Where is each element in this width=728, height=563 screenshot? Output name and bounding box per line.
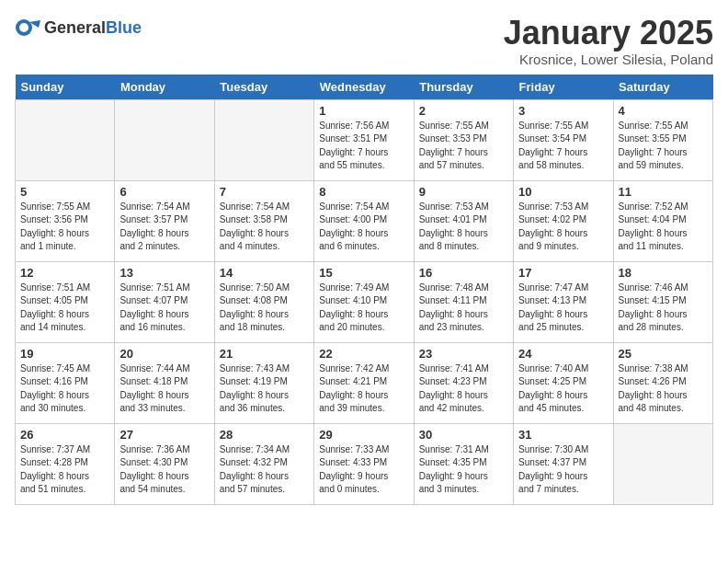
- calendar-day-cell: 22Sunrise: 7:42 AM Sunset: 4:21 PM Dayli…: [314, 342, 414, 423]
- calendar-day-cell: 18Sunrise: 7:46 AM Sunset: 4:15 PM Dayli…: [613, 261, 712, 342]
- logo-blue-text: Blue: [106, 18, 142, 38]
- day-number: 14: [220, 266, 309, 280]
- calendar-day-cell: 14Sunrise: 7:50 AM Sunset: 4:08 PM Dayli…: [214, 261, 313, 342]
- day-info: Sunrise: 7:42 AM Sunset: 4:21 PM Dayligh…: [319, 362, 408, 416]
- calendar-day-cell: 16Sunrise: 7:48 AM Sunset: 4:11 PM Dayli…: [414, 261, 513, 342]
- day-number: 31: [518, 428, 608, 442]
- calendar-week-row: 12Sunrise: 7:51 AM Sunset: 4:05 PM Dayli…: [16, 261, 713, 342]
- calendar-day-cell: 15Sunrise: 7:49 AM Sunset: 4:10 PM Dayli…: [314, 261, 414, 342]
- day-info: Sunrise: 7:55 AM Sunset: 3:56 PM Dayligh…: [20, 201, 109, 254]
- calendar-day-cell: 5Sunrise: 7:55 AM Sunset: 3:56 PM Daylig…: [16, 180, 115, 261]
- day-info: Sunrise: 7:50 AM Sunset: 4:08 PM Dayligh…: [220, 282, 309, 335]
- day-of-week-header: Monday: [115, 75, 214, 100]
- day-info: Sunrise: 7:43 AM Sunset: 4:19 PM Dayligh…: [220, 362, 309, 416]
- day-info: Sunrise: 7:36 AM Sunset: 4:30 PM Dayligh…: [119, 443, 209, 497]
- day-info: Sunrise: 7:33 AM Sunset: 4:33 PM Dayligh…: [319, 443, 408, 497]
- day-info: Sunrise: 7:55 AM Sunset: 3:54 PM Dayligh…: [518, 120, 608, 173]
- day-info: Sunrise: 7:41 AM Sunset: 4:23 PM Dayligh…: [419, 362, 508, 416]
- day-info: Sunrise: 7:54 AM Sunset: 4:00 PM Dayligh…: [319, 201, 408, 254]
- calendar-day-cell: [613, 423, 712, 504]
- day-number: 28: [220, 428, 309, 442]
- day-info: Sunrise: 7:48 AM Sunset: 4:11 PM Dayligh…: [419, 282, 508, 335]
- day-number: 5: [20, 185, 109, 199]
- day-number: 27: [119, 428, 209, 442]
- day-number: 11: [619, 185, 708, 199]
- day-number: 17: [518, 266, 608, 280]
- calendar-day-cell: 3Sunrise: 7:55 AM Sunset: 3:54 PM Daylig…: [514, 99, 613, 180]
- day-info: Sunrise: 7:55 AM Sunset: 3:53 PM Dayligh…: [419, 120, 508, 173]
- logo: General Blue: [15, 15, 142, 40]
- day-number: 3: [518, 104, 608, 118]
- calendar-day-cell: 7Sunrise: 7:54 AM Sunset: 3:58 PM Daylig…: [214, 180, 313, 261]
- day-info: Sunrise: 7:30 AM Sunset: 4:37 PM Dayligh…: [518, 443, 608, 497]
- day-info: Sunrise: 7:34 AM Sunset: 4:32 PM Dayligh…: [220, 443, 309, 497]
- calendar-day-cell: 25Sunrise: 7:38 AM Sunset: 4:26 PM Dayli…: [613, 342, 712, 423]
- day-of-week-header: Friday: [514, 75, 613, 100]
- calendar-day-cell: 12Sunrise: 7:51 AM Sunset: 4:05 PM Dayli…: [16, 261, 115, 342]
- calendar-day-cell: 29Sunrise: 7:33 AM Sunset: 4:33 PM Dayli…: [314, 423, 414, 504]
- calendar-day-cell: 11Sunrise: 7:52 AM Sunset: 4:04 PM Dayli…: [613, 180, 712, 261]
- day-number: 1: [319, 104, 408, 118]
- day-number: 19: [20, 347, 109, 361]
- calendar-day-cell: 31Sunrise: 7:30 AM Sunset: 4:37 PM Dayli…: [514, 423, 613, 504]
- day-number: 4: [619, 104, 708, 118]
- day-info: Sunrise: 7:45 AM Sunset: 4:16 PM Dayligh…: [20, 362, 109, 416]
- day-number: 6: [119, 185, 209, 199]
- calendar-day-cell: 1Sunrise: 7:56 AM Sunset: 3:51 PM Daylig…: [314, 99, 414, 180]
- title-block: January 2025 Krosnice, Lower Silesia, Po…: [504, 15, 713, 67]
- day-number: 25: [619, 347, 708, 361]
- day-info: Sunrise: 7:31 AM Sunset: 4:35 PM Dayligh…: [419, 443, 508, 497]
- day-number: 29: [319, 428, 408, 442]
- calendar-day-cell: 17Sunrise: 7:47 AM Sunset: 4:13 PM Dayli…: [514, 261, 613, 342]
- calendar-day-cell: 4Sunrise: 7:55 AM Sunset: 3:55 PM Daylig…: [613, 99, 712, 180]
- page-header: General Blue January 2025 Krosnice, Lowe…: [15, 15, 713, 67]
- calendar-subtitle: Krosnice, Lower Silesia, Poland: [504, 52, 713, 67]
- day-info: Sunrise: 7:37 AM Sunset: 4:28 PM Dayligh…: [20, 443, 109, 497]
- day-of-week-header: Wednesday: [314, 75, 414, 100]
- calendar-title: January 2025: [504, 15, 713, 52]
- day-info: Sunrise: 7:38 AM Sunset: 4:26 PM Dayligh…: [619, 362, 708, 416]
- calendar-week-row: 26Sunrise: 7:37 AM Sunset: 4:28 PM Dayli…: [16, 423, 713, 504]
- day-info: Sunrise: 7:49 AM Sunset: 4:10 PM Dayligh…: [319, 282, 408, 335]
- day-of-week-header: Saturday: [613, 75, 712, 100]
- day-of-week-header: Tuesday: [214, 75, 313, 100]
- day-number: 12: [20, 266, 109, 280]
- day-number: 15: [319, 266, 408, 280]
- day-number: 9: [419, 185, 508, 199]
- calendar-day-cell: 30Sunrise: 7:31 AM Sunset: 4:35 PM Dayli…: [414, 423, 513, 504]
- day-number: 30: [419, 428, 508, 442]
- calendar-day-cell: 2Sunrise: 7:55 AM Sunset: 3:53 PM Daylig…: [414, 99, 513, 180]
- day-number: 8: [319, 185, 408, 199]
- logo-icon: [15, 15, 40, 40]
- calendar-day-cell: [214, 99, 313, 180]
- calendar-week-row: 1Sunrise: 7:56 AM Sunset: 3:51 PM Daylig…: [16, 99, 713, 180]
- calendar-day-cell: 28Sunrise: 7:34 AM Sunset: 4:32 PM Dayli…: [214, 423, 313, 504]
- day-number: 22: [319, 347, 408, 361]
- day-number: 2: [419, 104, 508, 118]
- day-info: Sunrise: 7:47 AM Sunset: 4:13 PM Dayligh…: [518, 282, 608, 335]
- day-info: Sunrise: 7:51 AM Sunset: 4:07 PM Dayligh…: [119, 282, 209, 335]
- calendar-day-cell: 27Sunrise: 7:36 AM Sunset: 4:30 PM Dayli…: [115, 423, 214, 504]
- day-number: 16: [419, 266, 508, 280]
- day-number: 21: [220, 347, 309, 361]
- calendar-day-cell: 21Sunrise: 7:43 AM Sunset: 4:19 PM Dayli…: [214, 342, 313, 423]
- day-info: Sunrise: 7:56 AM Sunset: 3:51 PM Dayligh…: [319, 120, 408, 173]
- day-number: 18: [619, 266, 708, 280]
- day-of-week-header: Thursday: [414, 75, 513, 100]
- calendar-day-cell: 26Sunrise: 7:37 AM Sunset: 4:28 PM Dayli…: [16, 423, 115, 504]
- day-info: Sunrise: 7:54 AM Sunset: 3:58 PM Dayligh…: [220, 201, 309, 254]
- calendar-day-cell: 9Sunrise: 7:53 AM Sunset: 4:01 PM Daylig…: [414, 180, 513, 261]
- calendar-day-cell: 23Sunrise: 7:41 AM Sunset: 4:23 PM Dayli…: [414, 342, 513, 423]
- svg-point-1: [19, 23, 28, 32]
- day-number: 26: [20, 428, 109, 442]
- calendar-day-cell: [16, 99, 115, 180]
- day-info: Sunrise: 7:54 AM Sunset: 3:57 PM Dayligh…: [119, 201, 209, 254]
- day-number: 10: [518, 185, 608, 199]
- calendar-day-cell: 13Sunrise: 7:51 AM Sunset: 4:07 PM Dayli…: [115, 261, 214, 342]
- day-info: Sunrise: 7:52 AM Sunset: 4:04 PM Dayligh…: [619, 201, 708, 254]
- day-info: Sunrise: 7:44 AM Sunset: 4:18 PM Dayligh…: [119, 362, 209, 416]
- day-info: Sunrise: 7:53 AM Sunset: 4:02 PM Dayligh…: [518, 201, 608, 254]
- calendar-day-cell: 20Sunrise: 7:44 AM Sunset: 4:18 PM Dayli…: [115, 342, 214, 423]
- calendar-day-cell: 24Sunrise: 7:40 AM Sunset: 4:25 PM Dayli…: [514, 342, 613, 423]
- day-info: Sunrise: 7:55 AM Sunset: 3:55 PM Dayligh…: [619, 120, 708, 173]
